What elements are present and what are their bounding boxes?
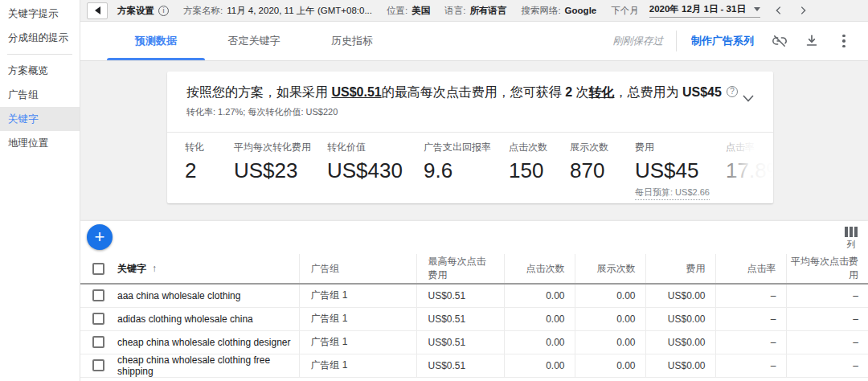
row-checkbox[interactable] <box>92 336 104 348</box>
location-label: 位置: <box>387 5 407 17</box>
cell-max-cpc[interactable]: US$0.51 <box>416 307 504 330</box>
back-arrow-icon <box>95 6 100 14</box>
sort-ascending-icon: ↑ <box>152 263 157 274</box>
metric-value: 17.8% <box>726 158 773 183</box>
add-keyword-button[interactable]: + <box>87 224 113 250</box>
cell-clicks: 0.00 <box>504 307 575 330</box>
download-button[interactable] <box>796 25 828 57</box>
actions-divider <box>676 31 677 51</box>
row-checkbox[interactable] <box>92 359 104 371</box>
language-label: 语言: <box>444 5 465 17</box>
back-button[interactable] <box>87 2 108 19</box>
info-icon[interactable]: i <box>158 6 169 16</box>
row-checkbox[interactable] <box>92 289 104 301</box>
keyword-text: aaa china wholesale clothing <box>117 290 240 301</box>
plus-icon: + <box>95 228 105 246</box>
cell-avg-cpc: – <box>786 284 868 307</box>
cell-max-cpc[interactable]: US$0.51 <box>416 284 504 307</box>
metric-value: US$23 <box>234 158 327 183</box>
cell-ad-group: 广告组 1 <box>299 284 416 307</box>
col-header-ctr[interactable]: 点击率 <box>715 254 786 284</box>
table-row: cheap china wholesale clothing free ship… <box>80 354 868 377</box>
cell-ctr: – <box>715 284 786 307</box>
cell-max-cpc[interactable]: US$0.51 <box>416 354 504 377</box>
toolbar-actions: 刚刚保存过 制作广告系列 <box>613 22 868 60</box>
cell-max-cpc[interactable]: US$0.51 <box>416 330 504 354</box>
chevron-right-icon <box>797 5 809 16</box>
metric-value: US$45 <box>635 158 726 183</box>
cell-cost: US$0.00 <box>645 307 715 330</box>
col-header-clicks[interactable]: 点击次数 <box>504 254 575 284</box>
keywords-table: 关键字 ↑ 广告组 最高每次点击费用 点击次数 展示次数 费用 点击率 平均每次… <box>80 254 868 378</box>
tab-historical-metrics[interactable]: 历史指标 <box>303 22 401 60</box>
sidebar-item-plan-overview[interactable]: 方案概览 <box>0 59 80 83</box>
forecast-metrics-row: 转化 2 平均每次转化费用 US$23 转化价值 US$430 广告支出回报率 … <box>167 133 773 203</box>
headline-conversion-word: 转化 <box>589 85 615 99</box>
dropdown-caret-icon <box>754 7 760 11</box>
previous-period-button[interactable] <box>773 5 784 16</box>
row-checkbox[interactable] <box>92 313 104 325</box>
plan-settings-label: 方案设置 <box>117 5 154 17</box>
next-period-button[interactable] <box>797 5 809 16</box>
metric-clicks: 点击次数 150 <box>509 141 570 203</box>
download-icon <box>804 33 820 49</box>
sidebar-divider <box>7 54 72 55</box>
cell-impressions: 0.00 <box>575 307 645 330</box>
columns-button[interactable]: 列 <box>845 227 858 251</box>
cell-impressions: 0.00 <box>575 330 645 354</box>
plan-name-label: 方案名称: <box>183 5 223 17</box>
col-header-cost[interactable]: 费用 <box>645 254 715 284</box>
col-header-ad-group[interactable]: 广告组 <box>299 254 416 284</box>
chevron-left-icon <box>773 5 784 16</box>
main-area: 方案设置 i 方案名称: 11月 4, 2020, 11 上午 (GMT+08:… <box>80 0 868 381</box>
select-all-checkbox[interactable] <box>92 263 104 275</box>
header-label: 关键字 <box>117 262 146 276</box>
metric-label: 转化 <box>185 141 234 154</box>
date-range-value: 2020年 12月 1日 - 31日 <box>649 3 746 15</box>
cell-avg-cpc: – <box>786 330 868 354</box>
cell-avg-cpc: – <box>786 307 868 330</box>
help-icon[interactable]: ? <box>727 86 738 97</box>
more-options-button[interactable] <box>828 25 860 57</box>
plan-name-value[interactable]: 11月 4, 2020, 11 上午 (GMT+08:0... <box>227 5 372 17</box>
unlink-button[interactable] <box>764 25 796 57</box>
date-range-select[interactable]: 2020年 12月 1日 - 31日 <box>649 3 760 18</box>
table-toolbar: + 列 <box>80 221 868 254</box>
period-label: 下个月 <box>611 5 639 17</box>
daily-budget-note[interactable]: 每日预算: US$2.66 <box>635 186 710 200</box>
kebab-menu-icon <box>842 35 845 48</box>
metric-ctr: 点击率 17.8% <box>726 141 773 203</box>
table-row: aaa china wholesale clothing 广告组 1 US$0.… <box>80 284 868 307</box>
network-label: 搜索网络: <box>521 5 560 17</box>
cell-cost: US$0.00 <box>645 330 715 354</box>
cell-cost: US$0.00 <box>645 284 715 307</box>
keyword-text: adidas clothing wholesale china <box>117 313 253 325</box>
metric-value: 9.6 <box>424 158 509 183</box>
location-value[interactable]: 美国 <box>411 5 430 17</box>
cell-keyword: aaa china wholesale clothing <box>80 284 299 307</box>
columns-label: 列 <box>847 239 856 251</box>
tab-negative-keywords[interactable]: 否定关键字 <box>205 22 303 60</box>
col-header-max-cpc[interactable]: 最高每次点击费用 <box>416 254 504 284</box>
language-value[interactable]: 所有语言 <box>469 5 506 17</box>
sidebar-item-grouped-ideas[interactable]: 分成组的提示 <box>0 26 80 50</box>
sidebar-item-locations[interactable]: 地理位置 <box>0 131 80 155</box>
col-header-avg-cpc[interactable]: 平均每次点击费用 <box>786 254 868 284</box>
metric-impressions: 展示次数 870 <box>570 141 635 203</box>
create-campaign-button[interactable]: 制作广告系列 <box>691 34 754 48</box>
col-header-keyword[interactable]: 关键字 ↑ <box>80 254 299 284</box>
sidebar-item-keyword-ideas[interactable]: 关键字提示 <box>0 2 80 26</box>
col-header-impressions[interactable]: 展示次数 <box>575 254 645 284</box>
keyword-text: cheap china wholesale clothing designer <box>117 337 290 348</box>
sidebar-item-ad-groups[interactable]: 广告组 <box>0 83 80 107</box>
plan-settings-bar: 方案设置 i 方案名称: 11月 4, 2020, 11 上午 (GMT+08:… <box>80 0 868 22</box>
tab-forecasts[interactable]: 预测数据 <box>107 22 205 60</box>
cell-ctr: – <box>715 354 786 377</box>
network-value[interactable]: Google <box>565 6 597 15</box>
collapse-card-button[interactable] <box>743 91 754 105</box>
ad-group-text: 广告组 1 <box>311 336 348 347</box>
sidebar-item-keywords[interactable]: 关键字 <box>0 107 80 131</box>
cell-cost: US$0.00 <box>645 354 715 377</box>
metric-conversion-value: 转化价值 US$430 <box>327 141 424 203</box>
headline-text: 次 <box>572 85 588 99</box>
